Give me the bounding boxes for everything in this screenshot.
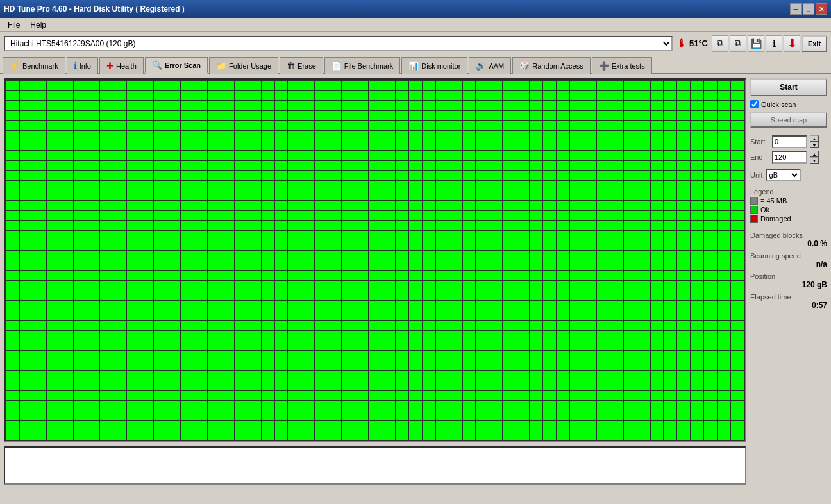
grid-cell [476, 251, 489, 260]
grid-cell [516, 111, 529, 121]
grid-cell [489, 131, 502, 140]
close-button[interactable]: ✕ [816, 3, 827, 15]
grid-cell [677, 231, 690, 240]
grid-cell [691, 101, 703, 110]
grid-cell [597, 340, 610, 350]
grid-cell [530, 201, 542, 210]
minimize-button[interactable]: ─ [790, 3, 802, 15]
copy-icon-btn[interactable]: ⧉ [712, 35, 728, 52]
grid-cell [597, 430, 610, 440]
grid-cell [731, 331, 744, 340]
grid-cell [315, 340, 328, 350]
grid-cell [74, 231, 87, 240]
grid-cell [664, 81, 676, 90]
tab-erase[interactable]: 🗑 Erase [280, 57, 323, 74]
unit-select[interactable]: gB MB KB [766, 169, 801, 181]
grid-cell [60, 101, 73, 110]
grid-cell [704, 251, 717, 260]
grid-cell [140, 151, 153, 160]
grid-cell [167, 231, 180, 240]
tab-disk-monitor[interactable]: 📊 Disk monitor [401, 57, 467, 74]
grid-cell [637, 410, 650, 420]
tab-error-scan[interactable]: 🔍 Error Scan [145, 57, 208, 74]
grid-cell [409, 371, 422, 380]
end-spin-down[interactable]: ▼ [810, 157, 819, 164]
grid-cell [597, 310, 610, 320]
grid-cell [140, 91, 153, 101]
grid-cell [154, 260, 167, 270]
grid-cell [140, 260, 153, 270]
grid-cell [262, 251, 274, 260]
drive-select[interactable]: Hitachi HTS541612J9SA00 (120 gB) [4, 36, 673, 51]
tab-extra-tests[interactable]: ➕ Extra tests [592, 57, 652, 74]
start-spin-up[interactable]: ▲ [810, 135, 819, 142]
grid-cell [624, 410, 637, 420]
grid-cell [248, 301, 261, 310]
grid-cell [235, 81, 248, 90]
grid-cell [342, 140, 355, 150]
grid-cell [6, 380, 19, 390]
grid-cell [463, 260, 476, 270]
tab-benchmark[interactable]: ⚡ Benchmark [3, 57, 65, 74]
grid-cell [127, 211, 140, 221]
grid-cell [489, 421, 502, 430]
start-button[interactable]: Start [750, 78, 827, 96]
speed-map-button[interactable]: Speed map [750, 112, 827, 128]
grid-cell [6, 331, 19, 340]
tab-folder-usage[interactable]: 📁 Folder Usage [209, 57, 278, 74]
grid-cell [476, 360, 489, 370]
save-icon-btn[interactable]: 💾 [748, 35, 764, 52]
start-field-input[interactable]: 0 [772, 135, 807, 148]
grid-cell [731, 111, 744, 121]
grid-cell [194, 190, 207, 200]
tab-random-access[interactable]: 🎲 Random Access [512, 57, 590, 74]
grid-cell [624, 340, 637, 350]
tab-info[interactable]: ℹ Info [67, 57, 98, 74]
grid-cell [530, 271, 542, 280]
grid-cell [315, 171, 328, 180]
grid-cell [248, 171, 261, 180]
grid-cell [516, 340, 529, 350]
grid-cell [167, 410, 180, 420]
grid-cell [396, 81, 408, 90]
grid-cell [610, 380, 623, 390]
menu-help[interactable]: Help [25, 19, 51, 31]
grid-cell [543, 101, 556, 110]
grid-cell [651, 410, 664, 420]
start-spin-down[interactable]: ▼ [810, 142, 819, 148]
tab-health[interactable]: ✚ Health [99, 57, 144, 74]
grid-cell [33, 380, 46, 390]
info-icon-btn[interactable]: ℹ [766, 35, 782, 52]
grid-cell [436, 91, 449, 101]
end-spin-up[interactable]: ▲ [810, 151, 819, 157]
grid-cell [637, 321, 650, 330]
end-field-input[interactable]: 120 [772, 151, 807, 164]
grid-cell [718, 260, 730, 270]
down-icon-btn[interactable]: ⬇ [784, 35, 800, 52]
grid-cell [530, 281, 542, 290]
restore-button[interactable]: □ [803, 3, 814, 15]
grid-cell [664, 331, 676, 340]
grid-cell [315, 131, 328, 140]
grid-cell [127, 281, 140, 290]
grid-cell [288, 231, 301, 240]
grid-cell [677, 91, 690, 101]
copy2-icon-btn[interactable]: ⧉ [730, 35, 746, 52]
grid-cell [557, 310, 569, 320]
grid-cell [113, 91, 126, 101]
disk-monitor-icon: 📊 [408, 61, 419, 71]
menu-file[interactable]: File [3, 19, 25, 31]
grid-cell [637, 121, 650, 130]
grid-cell [704, 111, 717, 121]
tab-file-benchmark[interactable]: 📄 File Benchmark [324, 57, 400, 74]
grid-cell [409, 111, 422, 121]
exit-button[interactable]: Exit [802, 35, 827, 52]
grid-cell [262, 190, 274, 200]
grid-cell [47, 340, 60, 350]
grid-cell [530, 81, 542, 90]
grid-cell [637, 351, 650, 360]
grid-cell [664, 161, 676, 171]
position-label: Position [750, 273, 827, 280]
tab-aam[interactable]: 🔊 AAM [469, 57, 511, 74]
quick-scan-checkbox[interactable] [750, 100, 759, 108]
